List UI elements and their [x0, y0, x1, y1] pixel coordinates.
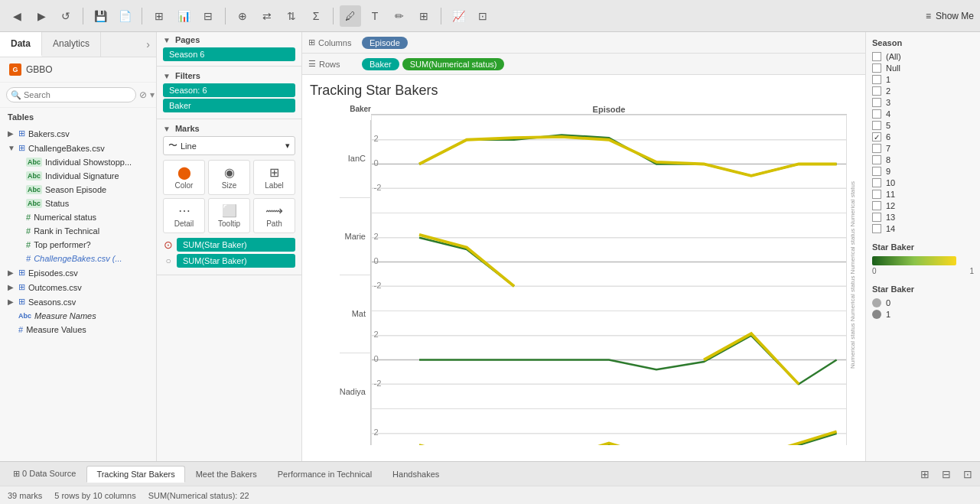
hash-icon: #	[26, 213, 31, 222]
measure-values: Measure Values	[26, 325, 86, 334]
table-row-challenge[interactable]: ▼ ⊞ ChallengeBakes.csv	[0, 141, 156, 155]
legend-check-null[interactable]	[872, 63, 881, 73]
legend-check-11[interactable]	[872, 190, 881, 199]
sum-star-baker-pill-2[interactable]: SUM(Star Baker)	[177, 254, 295, 268]
field-row[interactable]: Abc Individual Signature	[0, 169, 156, 183]
marks-header[interactable]: ▼ Marks	[163, 124, 295, 133]
legend-check-2[interactable]	[872, 86, 881, 96]
present-button[interactable]: ⊡	[472, 5, 493, 27]
legend-item-1[interactable]: 1	[872, 75, 974, 84]
field-row[interactable]: Abc Season Episode	[0, 183, 156, 197]
legend-item-9[interactable]: 9	[872, 167, 974, 176]
legend-check-3[interactable]	[872, 98, 881, 107]
back-button[interactable]: ◀	[6, 5, 28, 27]
tab-performance[interactable]: Performance in Technical	[268, 466, 382, 483]
sum-star-baker-pill-1[interactable]: SUM(Star Baker)	[177, 238, 295, 252]
legend-check-13[interactable]	[872, 213, 881, 222]
legend-item-14[interactable]: 14	[872, 224, 974, 233]
show-me-button[interactable]: ≡ Show Me	[926, 11, 974, 21]
legend-item-null[interactable]: Null	[872, 63, 974, 73]
analytics-button[interactable]: Σ	[305, 5, 327, 27]
legend-check-all[interactable]	[872, 52, 881, 61]
legend-check-10[interactable]	[872, 178, 881, 187]
new-data-button[interactable]: ⊕	[232, 5, 253, 27]
new-story-button[interactable]: ⊡	[959, 465, 977, 483]
table-row-seasons[interactable]: ▶ ⊞ Seasons.csv	[0, 294, 156, 309]
tab-tracking-star-bakers[interactable]: Tracking Star Bakers	[86, 466, 184, 483]
field-row[interactable]: # ChallengeBakes.csv (...	[0, 252, 156, 265]
field-row[interactable]: Abc Status	[0, 197, 156, 210]
tab-data[interactable]: Data	[0, 32, 42, 57]
rows-pill-numerical[interactable]: SUM(Numerical status)	[402, 58, 505, 70]
label-button[interactable]: ⊞ Label	[253, 160, 295, 195]
legend-item-7[interactable]: 7	[872, 144, 974, 153]
save-button[interactable]: 💾	[90, 5, 111, 27]
filter-pill-baker[interactable]: Baker	[163, 99, 295, 112]
legend-check-9[interactable]	[872, 167, 881, 176]
legend-item-5[interactable]: 5	[872, 121, 974, 130]
swap-button[interactable]: ⇄	[256, 5, 278, 27]
new-dashboard-button[interactable]: ⊟	[937, 465, 956, 483]
legend-item-12[interactable]: 12	[872, 201, 974, 210]
legend-check-7[interactable]	[872, 144, 881, 153]
tab-datasource[interactable]: ⊞ 0 Data Source	[3, 465, 86, 483]
legend-item-11[interactable]: 11	[872, 190, 974, 199]
filter-pill-season[interactable]: Season: 6	[163, 83, 295, 97]
legend-check-14[interactable]	[872, 224, 881, 233]
data-source-button[interactable]: ⊞	[148, 5, 170, 27]
marks-type-select[interactable]: 〜 Line ▾	[163, 136, 295, 155]
tab-analytics[interactable]: Analytics	[42, 32, 101, 57]
legend-item-8[interactable]: 8	[872, 155, 974, 164]
text-button[interactable]: T	[364, 5, 386, 27]
tab-handshakes[interactable]: Handshakes	[383, 466, 449, 483]
table-row-outcomes[interactable]: ▶ ⊞ Outcomes.csv	[0, 280, 156, 294]
legend-check-4[interactable]	[872, 109, 881, 119]
refresh-button[interactable]: ↺	[55, 5, 77, 27]
legend-item-13[interactable]: 13	[872, 213, 974, 222]
table-row-bakers[interactable]: ▶ ⊞ Bakers.csv	[0, 126, 156, 141]
field-row-measure-values[interactable]: # Measure Values	[0, 323, 156, 337]
field-row[interactable]: Abc Individual Showstopp...	[0, 155, 156, 169]
field-row[interactable]: # Top performer?	[0, 238, 156, 252]
field-row[interactable]: # Numerical status	[0, 210, 156, 224]
save-as-button[interactable]: 📄	[114, 5, 135, 27]
legend-check-5[interactable]	[872, 121, 881, 130]
legend-check-8[interactable]	[872, 155, 881, 164]
dashboard-button[interactable]: ⊟	[197, 5, 219, 27]
legend-item-2[interactable]: 2	[872, 86, 974, 96]
field-row-measure-names[interactable]: Abc Measure Names	[0, 309, 156, 323]
legend-item-10[interactable]: 10	[872, 178, 974, 187]
filters-header[interactable]: ▼ Filters	[163, 71, 295, 80]
sort-button[interactable]: ⇅	[281, 5, 302, 27]
pencil-button[interactable]: ✏	[389, 5, 410, 27]
legend-check-12[interactable]	[872, 201, 881, 210]
chart-type-button[interactable]: 📈	[448, 5, 469, 27]
color-button[interactable]: ⬤ Color	[163, 160, 205, 195]
legend-check-1[interactable]	[872, 75, 881, 84]
collapse-button[interactable]: ›	[140, 32, 156, 57]
sheet-button[interactable]: 📊	[173, 5, 194, 27]
pages-header[interactable]: ▼ Pages	[163, 35, 295, 44]
legend-check-6[interactable]	[872, 132, 881, 141]
legend-item-all[interactable]: (All)	[872, 52, 974, 61]
marks-button[interactable]: 🖊	[340, 5, 361, 27]
grid-button[interactable]: ⊞	[413, 5, 435, 27]
detail-button[interactable]: ⋯ Detail	[163, 198, 205, 233]
columns-pill-episode[interactable]: Episode	[362, 37, 408, 49]
legend-item-3[interactable]: 3	[872, 98, 974, 107]
new-sheet-button[interactable]: ⊞	[916, 465, 934, 483]
size-button[interactable]: ◉ Size	[208, 160, 250, 195]
tooltip-button[interactable]: ⬜ Tooltip	[208, 198, 250, 233]
dropdown-icon[interactable]: ▾	[150, 89, 155, 100]
rows-pill-baker[interactable]: Baker	[362, 58, 399, 70]
search-input[interactable]	[6, 87, 136, 102]
legend-item-4[interactable]: 4	[872, 109, 974, 119]
forward-button[interactable]: ▶	[31, 5, 52, 27]
filter-icon[interactable]: ⊘	[139, 89, 147, 100]
path-button[interactable]: ⟿ Path	[253, 198, 295, 233]
table-row-episodes[interactable]: ▶ ⊞ Episodes.csv	[0, 265, 156, 280]
legend-item-6[interactable]: 6	[872, 132, 974, 141]
season-pill[interactable]: Season 6	[163, 47, 295, 61]
field-row[interactable]: # Rank in Technical	[0, 224, 156, 238]
tab-meet-the-bakers[interactable]: Meet the Bakers	[186, 466, 267, 483]
